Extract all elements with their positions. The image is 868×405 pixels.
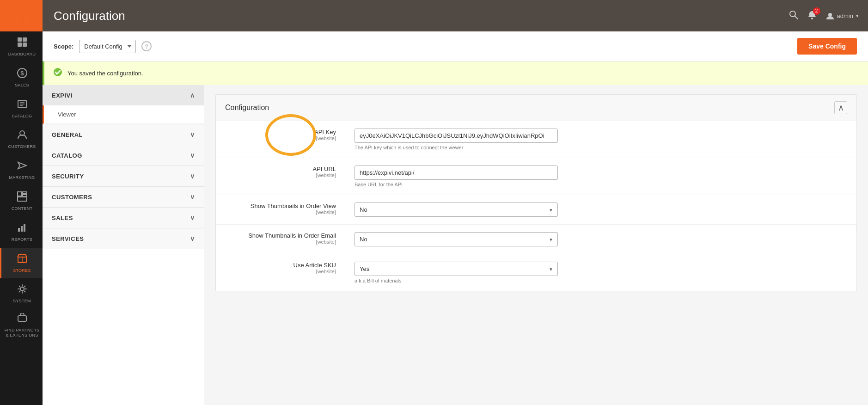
nav-chevron-security: ∨ xyxy=(190,172,195,180)
sidebar-item-find-partners[interactable]: FIND PARTNERS & EXTENSIONS xyxy=(0,309,43,342)
sidebar-item-label-stores: STORES xyxy=(13,268,31,273)
page-title: Configuration xyxy=(54,9,125,23)
search-icon[interactable] xyxy=(789,10,798,22)
admin-user-menu[interactable]: admin ▾ xyxy=(826,12,859,20)
config-value-api-url: Base URL for the API xyxy=(355,166,847,187)
sidebar-item-label-marketing: MARKETING xyxy=(9,175,35,180)
config-row-thumbnails-order-view: Show Thumbnails in Order View [website] … xyxy=(216,195,856,225)
config-label-thumbnails-order-view: Show Thumbnails in Order View [website] xyxy=(225,202,345,215)
config-label-api-key: API Key [website] xyxy=(225,129,345,141)
use-article-sku-select-wrapper: No Yes xyxy=(355,262,558,276)
sidebar-item-reports[interactable]: REPORTS xyxy=(0,217,43,248)
thumbnails-order-email-label-scope: [website] xyxy=(225,239,336,245)
topbar: Configuration 2 admin ▾ xyxy=(43,0,868,31)
stores-icon xyxy=(17,253,27,266)
dashboard-icon xyxy=(17,37,27,50)
svg-marker-13 xyxy=(18,162,26,169)
nav-section-expivi: EXPIVI ∧ Viewer xyxy=(43,85,204,124)
sidebar-item-sales[interactable]: $ SALES xyxy=(0,62,43,93)
api-key-input[interactable] xyxy=(355,129,558,143)
nav-section-label-services: SERVICES xyxy=(52,235,84,242)
api-key-note: The API key which is used to connect the… xyxy=(355,145,847,150)
nav-section-label-customers: CUSTOMERS xyxy=(52,194,92,201)
svg-rect-17 xyxy=(18,197,27,201)
svg-line-26 xyxy=(795,16,798,19)
topbar-right: 2 admin ▾ xyxy=(789,10,859,22)
nav-sub-item-viewer[interactable]: Viewer xyxy=(43,105,204,124)
save-config-button[interactable]: Save Config xyxy=(797,38,857,55)
svg-rect-5 xyxy=(23,43,27,47)
nav-section-header-expivi[interactable]: EXPIVI ∧ xyxy=(43,85,204,105)
sidebar-item-stores[interactable]: STORES xyxy=(0,248,43,279)
nav-section-label-security: SECURITY xyxy=(52,173,84,180)
use-article-sku-label-scope: [website] xyxy=(225,269,336,274)
nav-section-label-general: GENERAL xyxy=(52,131,83,138)
sidebar-item-customers[interactable]: CUSTOMERS xyxy=(0,124,43,155)
nav-section-security: SECURITY ∨ xyxy=(43,166,204,187)
svg-rect-2 xyxy=(18,37,22,42)
nav-section-header-customers[interactable]: CUSTOMERS ∨ xyxy=(43,187,204,207)
config-row-api-key: API Key [website] The API key which is u… xyxy=(216,121,856,158)
thumbnails-order-view-select[interactable]: No Yes xyxy=(355,202,558,217)
sales-icon: $ xyxy=(17,68,27,81)
magento-logo-icon xyxy=(10,5,32,27)
nav-chevron-catalog: ∨ xyxy=(190,152,195,159)
thumbnails-order-view-select-wrapper: No Yes xyxy=(355,202,558,217)
catalog-icon xyxy=(17,99,27,112)
config-label-use-article-sku: Use Article SKU [website] xyxy=(225,262,345,274)
config-body: API Key [website] The API key which is u… xyxy=(216,121,856,291)
nav-section-header-sales[interactable]: SALES ∨ xyxy=(43,208,204,228)
sidebar: DASHBOARD $ SALES CATALOG CUSTOMERS MARK… xyxy=(0,0,43,405)
thumbnails-order-view-label-scope: [website] xyxy=(225,209,336,215)
svg-rect-4 xyxy=(18,43,22,47)
nav-section-label-sales: SALES xyxy=(52,215,73,221)
success-text: You saved the configuration. xyxy=(67,70,143,77)
svg-rect-19 xyxy=(21,226,23,232)
success-check-icon xyxy=(54,68,62,79)
api-url-input[interactable] xyxy=(355,166,558,180)
sidebar-item-marketing[interactable]: MARKETING xyxy=(0,155,43,186)
svg-rect-24 xyxy=(18,316,26,321)
svg-point-29 xyxy=(54,68,62,76)
nav-section-catalog: CATALOG ∨ xyxy=(43,145,204,166)
svg-point-28 xyxy=(828,13,832,17)
help-icon[interactable]: ? xyxy=(141,41,152,51)
nav-chevron-services: ∨ xyxy=(190,235,195,242)
sidebar-item-catalog[interactable]: CATALOG xyxy=(0,93,43,124)
config-collapse-button[interactable]: ∧ xyxy=(834,101,847,114)
api-key-label-text: API Key xyxy=(225,129,336,135)
scope-label: Scope: xyxy=(54,43,73,50)
thumbnails-order-email-label-text: Show Thumbnails in Order Email xyxy=(225,232,336,239)
svg-point-27 xyxy=(811,18,813,19)
config-row-thumbnails-order-email: Show Thumbnails in Order Email [website]… xyxy=(216,225,856,254)
nav-chevron-general: ∨ xyxy=(190,131,195,138)
sidebar-item-label-content: CONTENT xyxy=(12,206,33,211)
nav-section-header-security[interactable]: SECURITY ∨ xyxy=(43,166,204,186)
svg-rect-14 xyxy=(18,192,22,196)
svg-rect-16 xyxy=(23,195,27,196)
nav-section-sales: SALES ∨ xyxy=(43,208,204,228)
sidebar-item-content[interactable]: CONTENT xyxy=(0,186,43,217)
sidebar-item-label-customers: CUSTOMERS xyxy=(8,144,36,149)
scope-select[interactable]: Default Config xyxy=(79,40,136,53)
nav-chevron-expivi: ∧ xyxy=(190,92,195,99)
sidebar-item-label-catalog: CATALOG xyxy=(12,114,32,119)
nav-section-header-catalog[interactable]: CATALOG ∨ xyxy=(43,145,204,166)
nav-section-header-general[interactable]: GENERAL ∨ xyxy=(43,124,204,145)
sidebar-item-dashboard[interactable]: DASHBOARD xyxy=(0,31,43,62)
config-label-api-url: API URL [website] xyxy=(225,166,345,178)
use-article-sku-label-text: Use Article SKU xyxy=(225,262,336,269)
sidebar-item-label-sales: SALES xyxy=(15,83,29,88)
thumbnails-order-email-select-wrapper: No Yes xyxy=(355,232,558,246)
admin-label: admin xyxy=(837,12,853,19)
config-value-api-key: The API key which is used to connect the… xyxy=(355,129,847,150)
nav-section-header-services[interactable]: SERVICES ∨ xyxy=(43,228,204,249)
notification-bell[interactable]: 2 xyxy=(807,10,817,22)
use-article-sku-select[interactable]: No Yes xyxy=(355,262,558,276)
thumbnails-order-email-select[interactable]: No Yes xyxy=(355,232,558,246)
sidebar-item-system[interactable]: SYSTEM xyxy=(0,278,43,309)
svg-point-25 xyxy=(790,11,795,17)
success-message: You saved the configuration. xyxy=(43,61,868,85)
api-url-label-scope: [website] xyxy=(225,172,336,178)
svg-rect-20 xyxy=(24,224,25,232)
